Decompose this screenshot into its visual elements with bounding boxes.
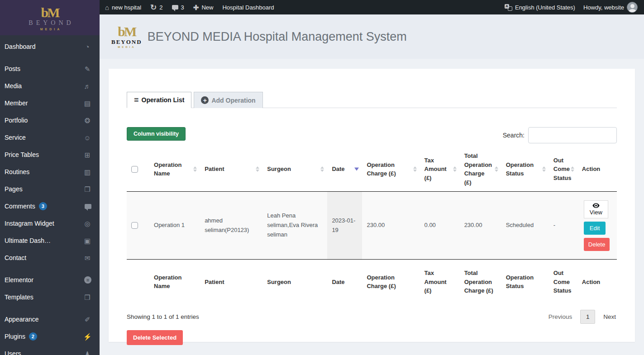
- page-number-button[interactable]: 1: [580, 310, 595, 324]
- instagram-icon: ◎: [83, 220, 91, 227]
- folder-icon: ❒: [83, 294, 91, 301]
- select-all-checkbox[interactable]: [131, 166, 138, 173]
- smiley-icon: ☺: [83, 134, 91, 141]
- tab-operation-list[interactable]: ≡ Operation List: [127, 92, 191, 108]
- next-page-button[interactable]: Next: [602, 311, 617, 322]
- envelope-icon: ✉: [83, 255, 91, 261]
- cell-outcome-status: -: [549, 192, 577, 260]
- col-tax-amount[interactable]: Tax Amount (£): [420, 147, 460, 192]
- sidebar-item-pages[interactable]: Pages ❐: [0, 180, 100, 198]
- user-icon: ♟: [83, 350, 91, 355]
- col-patient[interactable]: Patient: [200, 147, 262, 192]
- tab-add-operation[interactable]: + Add Operation: [194, 92, 262, 108]
- main-area: bM BEYOND MEDIA BEYOND MEDIA Hospital Ma…: [100, 14, 644, 355]
- sort-icon: [495, 166, 498, 172]
- sidebar-item-instagram-widget[interactable]: Instagram Widget ◎: [0, 215, 100, 232]
- plus-circle-icon: +: [201, 96, 209, 104]
- select-all-cell: [127, 147, 149, 192]
- sidebar-item-appearance[interactable]: Appearance ✐: [0, 311, 100, 328]
- foot-patient: Patient: [200, 260, 262, 304]
- sort-desc-icon: [354, 168, 359, 171]
- sidebar-item-price-tables[interactable]: Price Tables ⊞: [0, 146, 100, 163]
- col-date[interactable]: Date: [327, 147, 362, 192]
- brush-icon: ✐: [83, 316, 91, 323]
- col-operation-name[interactable]: Operation Name: [149, 147, 200, 192]
- hospital-dashboard-link[interactable]: Hospital Dashboard: [222, 4, 274, 11]
- foot-operation-name: Operation Name: [149, 260, 200, 304]
- sidebar-item-ultimate-dash[interactable]: Ultimate Dash… ▣: [0, 232, 100, 249]
- col-total-operation-charge[interactable]: Total Operation Charge (£): [460, 147, 501, 192]
- view-button[interactable]: View: [584, 200, 608, 218]
- sidebar-logo: bM BEYOND MEDIA: [0, 0, 100, 35]
- comments-link[interactable]: 3: [172, 4, 184, 11]
- cell-date: 2023-01-19: [327, 192, 362, 260]
- logo-subtitle: MEDIA: [38, 28, 62, 31]
- portfolio-award-icon: ❂: [83, 117, 91, 124]
- sort-icon: [320, 166, 324, 172]
- col-outcome-status[interactable]: Out Come Status: [549, 147, 577, 192]
- table-header-row: Operation Name Patient Surgeon Date Oper…: [127, 147, 617, 192]
- dashboard-icon: ◔: [83, 43, 91, 50]
- delete-button[interactable]: Delete: [584, 238, 610, 251]
- routines-card-icon: ▥: [83, 169, 91, 175]
- sidebar-item-routines[interactable]: Routines ▥: [0, 163, 100, 180]
- new-content-link[interactable]: ✚ New: [193, 4, 214, 11]
- admin-sidebar: bM BEYOND MEDIA Dashboard ◔ Posts ✎ Medi…: [0, 0, 100, 355]
- updates-link[interactable]: ↻ 2: [150, 4, 162, 11]
- column-visibility-button[interactable]: Column visibility: [127, 127, 186, 141]
- page-title: BEYOND MEDIA Hospital Management System: [148, 30, 407, 44]
- plus-icon: ✚: [193, 4, 199, 11]
- sidebar-item-templates[interactable]: Templates ❒: [0, 289, 100, 306]
- sidebar-item-portfolio[interactable]: Portfolio ❂: [0, 112, 100, 129]
- cell-tax-amount: 0.00: [420, 192, 460, 260]
- sidebar-item-posts[interactable]: Posts ✎: [0, 60, 100, 77]
- cell-operation-charge: 230.00: [362, 192, 420, 260]
- col-operation-status[interactable]: Operation Status: [501, 147, 549, 192]
- comments-count-badge: 3: [39, 202, 47, 210]
- previous-page-button[interactable]: Previous: [548, 311, 573, 322]
- row-checkbox[interactable]: [131, 222, 138, 229]
- delete-selected-button[interactable]: Delete Selected: [127, 330, 183, 345]
- foot-tax-amount: Tax Amount (£): [420, 260, 460, 304]
- sidebar-item-contact[interactable]: Contact ✉: [0, 249, 100, 266]
- pages-icon: ❐: [83, 186, 91, 193]
- elementor-icon: ≡: [84, 276, 91, 284]
- col-operation-charge[interactable]: Operation Charge (£): [362, 147, 420, 192]
- sidebar-item-users[interactable]: Users ♟: [0, 345, 100, 355]
- sidebar-item-elementor[interactable]: Elementor ≡: [0, 271, 100, 289]
- sidebar-item-member[interactable]: Member ▤: [0, 95, 100, 112]
- sidebar-item-plugins[interactable]: Plugins 2 ⚡: [0, 328, 100, 345]
- sidebar-item-service[interactable]: Service ☺: [0, 129, 100, 146]
- plugin-icon: ⚡: [83, 333, 91, 340]
- sidebar-item-comments[interactable]: Comments 3: [0, 198, 100, 215]
- foot-operation-charge: Operation Charge (£): [362, 260, 420, 304]
- updates-icon: ↻: [150, 4, 157, 11]
- comment-bubble-icon: [172, 5, 178, 9]
- sidebar-item-media[interactable]: Media ♬: [0, 77, 100, 95]
- operations-card: ≡ Operation List + Add Operation Column …: [109, 69, 635, 342]
- account-menu[interactable]: Howdy, website: [583, 2, 638, 13]
- comment-bubble-icon: [85, 204, 91, 209]
- sidebar-menu: Dashboard ◔ Posts ✎ Media ♬ Member ▤ Por…: [0, 35, 100, 355]
- user-avatar: [627, 2, 638, 13]
- col-surgeon[interactable]: Surgeon: [262, 147, 327, 192]
- hamburger-icon: ≡: [134, 96, 139, 104]
- edit-button[interactable]: Edit: [584, 222, 606, 235]
- page-header: bM BEYOND MEDIA BEYOND MEDIA Hospital Ma…: [100, 14, 644, 59]
- sort-icon: [542, 166, 546, 172]
- foot-total-operation-charge: Total Operation Charge (£): [460, 260, 501, 304]
- sidebar-item-dashboard[interactable]: Dashboard ◔: [0, 38, 100, 55]
- site-name-link[interactable]: ⌂ new hspital: [105, 4, 141, 11]
- pagination: Previous 1 Next: [548, 310, 617, 324]
- language-switcher[interactable]: A English (United States): [505, 4, 575, 11]
- sort-icon: [413, 166, 417, 172]
- cell-surgeon: Leah Pena seliman,Eva Rivera seliman: [262, 192, 327, 260]
- cell-operation-status: Scheduled: [501, 192, 549, 260]
- foot-date: Date: [327, 260, 362, 304]
- table-meta: Showing 1 to 1 of 1 entries Previous 1 N…: [127, 310, 617, 324]
- sort-icon: [256, 166, 259, 172]
- sort-icon: [193, 166, 197, 172]
- search-input[interactable]: [528, 127, 617, 143]
- search-label: Search:: [503, 132, 525, 139]
- pushpin-icon: ✎: [83, 66, 91, 72]
